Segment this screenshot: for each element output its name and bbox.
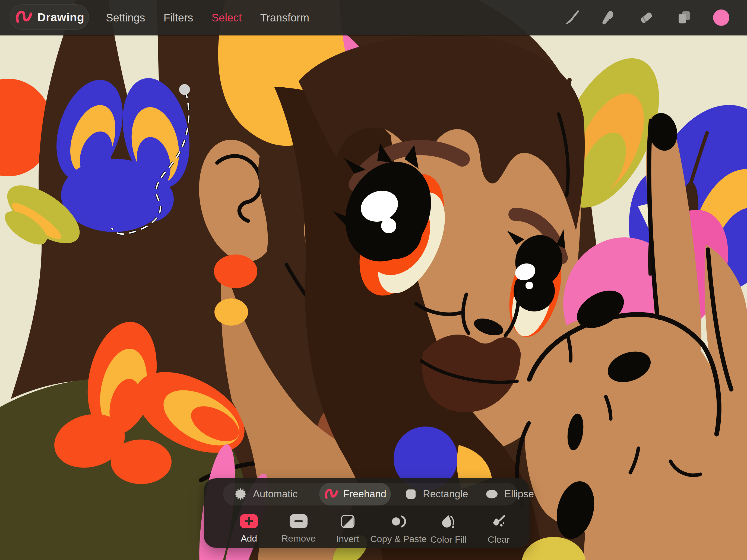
mode-rectangle[interactable]: Rectangle [402,483,471,505]
action-color-fill[interactable]: Color Fill [426,514,471,545]
rectangle-icon [405,488,417,500]
action-clear[interactable]: Clear [475,514,522,545]
menu-settings[interactable]: Settings [97,12,154,24]
minus-icon [290,514,308,528]
action-add[interactable]: Add [226,514,272,544]
paint-tool-button[interactable] [563,9,580,26]
paintbrush-icon [564,10,579,26]
action-label: Copy & Paste [370,534,427,544]
action-remove[interactable]: Remove [276,514,321,544]
menu-select[interactable]: Select [202,12,251,24]
gallery-label: Drawing [37,10,84,24]
menu-filters[interactable]: Filters [154,12,203,24]
layers-button[interactable] [675,9,692,26]
tool-buttons [563,0,730,35]
selection-handle[interactable] [179,84,190,95]
action-label: Clear [488,534,510,545]
invert-icon [340,514,355,529]
smudge-finger-icon [601,10,617,26]
smudge-tool-button[interactable] [600,9,617,26]
freehand-squiggle-icon [324,487,338,501]
color-fill-icon [441,514,456,529]
clear-icon [491,514,507,529]
action-invert[interactable]: Invert [325,514,371,544]
starburst-icon [234,487,247,501]
gallery-button[interactable]: Drawing [10,4,89,30]
selection-mode-segment: Automatic Freehand Rectangle Ellipse [223,483,518,505]
top-toolbar: Drawing Settings Filters Select Transfor… [0,0,747,35]
selection-toolbar: Automatic Freehand Rectangle Ellipse [204,478,530,548]
menu-bar: Settings Filters Select Transform [97,0,318,35]
mode-freehand[interactable]: Freehand [319,483,391,505]
mode-label: Freehand [343,488,386,500]
ellipse-icon [485,489,498,500]
earring-orange [214,255,257,288]
mode-automatic[interactable]: Automatic [231,483,301,505]
eraser-icon [638,10,654,26]
procreate-app: Drawing Settings Filters Select Transfor… [0,0,747,560]
mode-ellipse[interactable]: Ellipse [483,483,537,505]
action-label: Add [241,533,257,544]
drawing-canvas[interactable] [0,0,747,560]
action-label: Invert [336,534,359,544]
action-label: Remove [282,533,316,544]
erase-tool-button[interactable] [638,9,655,26]
procreate-squiggle-icon [15,8,32,26]
mode-label: Rectangle [423,488,468,500]
action-label: Color Fill [430,534,467,545]
menu-transform[interactable]: Transform [251,12,319,24]
copy-paste-icon [390,514,407,529]
action-copy-paste[interactable]: Copy & Paste [376,514,421,544]
layers-icon [676,10,692,26]
color-swatch-button[interactable] [713,9,730,26]
mode-label: Automatic [253,488,298,500]
mode-label: Ellipse [504,488,534,500]
earring-yellow [214,298,248,326]
color-swatch-circle [713,9,729,26]
plus-icon [240,514,258,528]
